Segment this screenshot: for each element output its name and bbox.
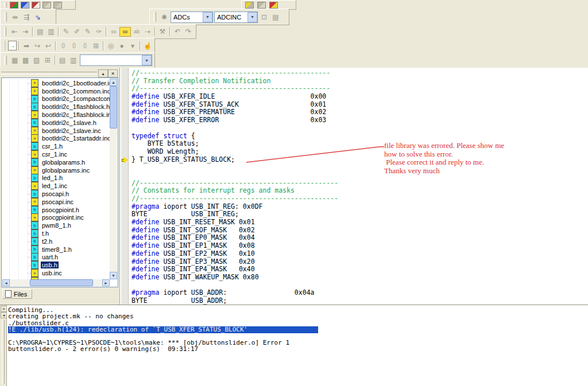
toolbar-grip[interactable] <box>4 27 6 36</box>
tree-item-bootldri2c_1compactcommc[interactable]: hbootldri2c_1compactcommc <box>2 95 110 103</box>
edit-plain-icon[interactable]: ✑ <box>94 26 104 37</box>
save-workspace-icon[interactable] <box>21 2 29 9</box>
device-config-icon[interactable]: ▦ <box>10 55 20 65</box>
check-icon[interactable] <box>42 2 51 9</box>
toolbar-grip[interactable] <box>4 41 5 50</box>
collapse-panel-button[interactable]: ▴ <box>98 69 108 77</box>
scroll-up-icon[interactable]: ▲ <box>110 79 117 86</box>
indent-decrease-icon[interactable]: ⇤ <box>9 26 20 37</box>
tree-item-timer8_1.h[interactable]: htimer8_1.h <box>2 245 110 254</box>
watch-icon[interactable]: ◎ <box>106 41 116 51</box>
print-icon[interactable] <box>53 2 62 9</box>
find-in-files-icon[interactable]: ∞ <box>119 27 131 37</box>
chevron-down-icon[interactable]: ▼ <box>203 12 212 22</box>
tree-horizontal-scrollbar[interactable]: ◄ ► <box>2 279 110 286</box>
tree-item-psocgpioint.inc[interactable]: »psocgpioint.inc <box>2 214 110 222</box>
goto-module-icon[interactable]: ⇘ <box>33 12 43 22</box>
toolbar-grip[interactable] <box>153 12 156 22</box>
del-row-icon[interactable]: ▥ <box>68 55 79 65</box>
run-icon[interactable]: ➡ <box>21 41 32 51</box>
add-row-icon[interactable]: ▤ <box>57 55 68 65</box>
tab-files[interactable]: Files <box>2 289 32 299</box>
goto-line-icon[interactable]: ⇢ <box>142 26 153 37</box>
tree-item-bootldri2c_1common.inc[interactable]: »bootldri2c_1common.inc <box>2 87 110 95</box>
project-workspace-icon[interactable] <box>10 2 18 9</box>
replace-icon[interactable]: ab <box>131 26 142 37</box>
close-panel-button[interactable]: ✕ <box>108 69 118 77</box>
tree-item-bootldri2c_1slave.h[interactable]: hbootldri2c_1slave.h <box>2 119 110 127</box>
prev-brace-icon[interactable]: {} <box>80 41 90 51</box>
edit-delete-icon[interactable]: ✐ <box>72 26 82 37</box>
insert-braces-icon[interactable]: {} <box>58 41 68 51</box>
tree-item-globalparams.h[interactable]: hglobalparams.h <box>2 158 110 166</box>
console-error-line[interactable]: !E ./lib/usb.h(124): redeclaration of `T… <box>8 326 318 333</box>
edit-insert-icon[interactable]: ✎ <box>61 26 71 37</box>
tree-item-psocapi.h[interactable]: hpsocapi.h <box>2 190 110 198</box>
chevron-down-icon[interactable]: ▼ <box>247 12 257 22</box>
block-comment-icon[interactable]: ⊞ <box>91 41 101 51</box>
step-into-icon[interactable]: ↪ <box>32 41 42 51</box>
scroll-left-icon[interactable]: ◄ <box>2 279 10 286</box>
tree-item-bootldri2c_1startaddr.inc[interactable]: »bootldri2c_1startaddr.inc <box>2 135 110 143</box>
scrollbar-thumb[interactable] <box>110 86 117 128</box>
tree-item-uart.h[interactable]: huart.h <box>2 254 110 262</box>
scrollbar-thumb[interactable] <box>30 279 93 286</box>
close-table-icon[interactable] <box>32 2 40 9</box>
doc-yellow-icon[interactable] <box>245 2 254 9</box>
output-splitter[interactable] <box>2 320 5 384</box>
generate-app-icon[interactable]: ⚒ <box>157 26 168 37</box>
scroll-down-icon[interactable]: ▼ <box>110 272 117 279</box>
tree-item-csr_1.h[interactable]: hcsr_1.h <box>2 142 110 150</box>
chevron-down-icon[interactable]: ▼ <box>142 55 152 65</box>
align-pins-icon[interactable]: ⇹ <box>10 12 20 22</box>
indent-increase-icon[interactable]: ⇥ <box>20 26 30 37</box>
tree-item-globalparams.inc[interactable]: »globalparams.inc <box>2 166 110 174</box>
module-catalog-combobox[interactable]: ADCs ▼ <box>171 11 213 23</box>
tree-item-csr_1.inc[interactable]: »csr_1.inc <box>2 150 110 158</box>
close-output-icon[interactable]: ✕ <box>1 306 7 312</box>
tree-vertical-scrollbar[interactable]: ▲ ▼ <box>110 79 117 279</box>
compile-file-icon[interactable]: → <box>8 41 17 50</box>
tree-item-t2.h[interactable]: ht2.h <box>2 237 110 245</box>
wand-icon[interactable]: ⇶ <box>21 12 32 22</box>
tree-item-bootldri2c_1flashblock.inc[interactable]: »bootldri2c_1flashblock.inc <box>2 111 110 119</box>
global-resource-combobox[interactable]: ▼ <box>80 54 152 66</box>
module-select-icon[interactable]: ▩ <box>21 55 31 65</box>
edit-down-icon[interactable]: ✎ <box>83 26 93 37</box>
tree-item-usb.inc[interactable]: »usb.inc <box>2 269 110 277</box>
tree-item-led_1.inc[interactable]: »led_1.inc <box>2 182 110 190</box>
doc-red-icon[interactable] <box>269 2 278 9</box>
toolbar-grip[interactable] <box>4 2 7 7</box>
find-icon[interactable]: ∞ <box>109 26 119 37</box>
code-text[interactable]: //--------------------------------------… <box>131 69 588 305</box>
tree-item-psocgpioint.h[interactable]: hpsocgpioint.h <box>2 206 110 214</box>
tree-item-psocapi.inc[interactable]: »psocapi.inc <box>2 198 110 206</box>
undo-icon[interactable]: ↶ <box>172 26 183 37</box>
pause-hand-icon[interactable]: ☝ <box>142 41 153 51</box>
tree-item-usb.h[interactable]: husb.h <box>2 261 110 269</box>
scroll-right-icon[interactable]: ► <box>102 279 110 286</box>
tree-item-bootldri2c_1flashblock.h[interactable]: hbootldri2c_1flashblock.h <box>2 103 110 111</box>
doc-gray-icon[interactable] <box>257 2 266 9</box>
redo-icon[interactable]: ↷ <box>183 26 194 37</box>
module-combobox[interactable]: ADCINC ▼ <box>214 11 258 23</box>
user-module-icon[interactable]: ✱ <box>159 12 169 22</box>
tree-item-pwm8_1.h[interactable]: hpwm8_1.h <box>2 221 110 229</box>
pin-view-icon[interactable]: ▧ <box>32 55 42 65</box>
tree-item-t.h[interactable]: ht.h <box>2 229 110 237</box>
match-brace-icon[interactable]: {} <box>69 41 79 51</box>
tree-item-bootldri2c_1bootloader.inc[interactable]: »bootldri2c_1bootloader.inc <box>2 79 110 87</box>
tree-item-bootldri2c_1slave.inc[interactable]: »bootldri2c_1slave.inc <box>2 127 110 135</box>
panel-splitter[interactable] <box>1 72 97 75</box>
datasheet-icon[interactable]: ▤ <box>270 12 281 22</box>
collapse-output-icon[interactable]: ◄ <box>1 312 7 318</box>
code-editor[interactable]: //--------------------------------------… <box>120 68 588 305</box>
tree-item-led_1.h[interactable]: hled_1.h <box>2 174 110 182</box>
list-collapse-icon[interactable]: ▥ <box>46 26 56 37</box>
breakpoint-icon[interactable]: ● <box>117 41 127 51</box>
table-view-icon[interactable]: ⊞ <box>42 55 53 65</box>
place-module-icon[interactable]: ⊡ <box>259 12 269 22</box>
breakpoint-menu-icon[interactable]: ▾ <box>127 41 138 51</box>
list-view-icon[interactable]: ▤ <box>35 26 45 37</box>
toolbar-grip[interactable] <box>4 12 7 22</box>
